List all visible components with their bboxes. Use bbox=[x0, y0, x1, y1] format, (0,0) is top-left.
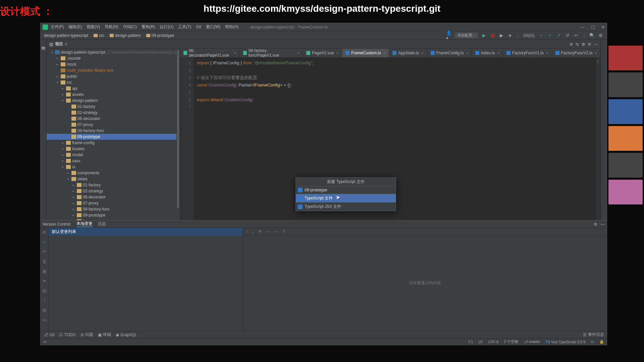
tree-node-01-factory[interactable]: 01-factory bbox=[47, 104, 180, 110]
line-number[interactable]: 6 bbox=[180, 96, 191, 104]
inspection-ok-icon[interactable]: ✓ bbox=[596, 57, 601, 66]
run-config-dropdown[interactable]: 添加配置... bbox=[455, 33, 478, 38]
git-commit-icon[interactable]: ✓ bbox=[547, 33, 553, 38]
editor-tab-AppState.ts[interactable]: AppState.ts× bbox=[389, 49, 427, 57]
git-revert-icon[interactable]: ↩ bbox=[574, 33, 579, 38]
close-tab-icon[interactable]: × bbox=[466, 51, 468, 55]
commit-check-icon[interactable]: ✓ bbox=[43, 240, 46, 245]
toolwindow-problems[interactable]: ⊘问题 bbox=[80, 332, 93, 338]
tree-node-08-factory-func[interactable]: 08-factory-func bbox=[47, 128, 180, 134]
tree-arrow-icon[interactable] bbox=[67, 177, 71, 181]
editor-tab-FrameCustom.ts[interactable]: FrameCustom.ts× bbox=[342, 49, 389, 57]
changelist-tree[interactable]: 默认变更列表 bbox=[49, 228, 243, 331]
tree-arrow-icon[interactable] bbox=[51, 51, 55, 54]
menu-编辑(E)[interactable]: 编辑(E) bbox=[68, 24, 82, 29]
menu-代码(C)[interactable]: 代码(C) bbox=[123, 24, 137, 29]
line-number[interactable]: 1 bbox=[180, 59, 191, 67]
editor-tab-index.ts[interactable]: index.ts× bbox=[472, 49, 503, 57]
editor-tab-FrameConfig.ts[interactable]: FrameConfig.ts× bbox=[427, 49, 472, 57]
file-template-option[interactable]: TypeScript JSX 文件 bbox=[296, 202, 396, 211]
tree-node-.vscode[interactable]: .vscode bbox=[47, 55, 180, 61]
close-tab-icon[interactable]: × bbox=[383, 51, 385, 55]
prev-file-icon[interactable]: ← bbox=[266, 229, 270, 234]
editor-tab-PageV2.vue[interactable]: PageV2.vue× bbox=[303, 49, 342, 57]
tree-node-locales[interactable]: locales bbox=[47, 146, 180, 152]
menu-帮助(H)[interactable]: 帮助(H) bbox=[225, 24, 239, 29]
hide-panel-icon[interactable]: — bbox=[594, 42, 598, 47]
tree-node-components[interactable]: components bbox=[47, 170, 180, 176]
tree-arrow-icon[interactable] bbox=[67, 171, 71, 175]
close-tab-icon[interactable]: × bbox=[421, 51, 423, 55]
tree-node-assets[interactable]: assets bbox=[47, 92, 180, 98]
maximize-icon[interactable]: ▢ bbox=[591, 25, 595, 29]
editor-tab-08-factory-func\PageV1.vue[interactable]: 08-factory-func\PageV1.vue× bbox=[240, 49, 303, 57]
tree-node-src[interactable]: src bbox=[47, 79, 180, 85]
shelf-icon[interactable]: ⊞ bbox=[43, 269, 46, 274]
tree-node-06-decorator[interactable]: 06-decorator bbox=[47, 194, 180, 200]
settings-gear-icon[interactable]: ⚙ bbox=[588, 42, 591, 47]
tree-node-mock[interactable]: mock bbox=[47, 61, 180, 67]
line-number[interactable]: 7 bbox=[180, 104, 191, 111]
structure-toolwindow-tab[interactable]: 结构 bbox=[41, 41, 46, 45]
close-tab-icon[interactable]: × bbox=[234, 51, 236, 55]
line-number[interactable]: 5 bbox=[180, 89, 191, 96]
collapse-all-icon[interactable]: ✿ bbox=[582, 42, 585, 47]
tree-node-node_modules library root[interactable]: node_modules library root bbox=[47, 67, 180, 73]
tree-node-design-pattern[interactable]: design-pattern bbox=[47, 98, 180, 104]
changelist-icon[interactable]: ≡ bbox=[43, 279, 46, 284]
tree-arrow-icon[interactable] bbox=[73, 183, 77, 187]
group-icon[interactable]: ⊟ bbox=[43, 288, 46, 293]
tree-node-02-strategy[interactable]: 02-strategy bbox=[47, 188, 180, 194]
tree-node-07-proxy[interactable]: 07-proxy bbox=[47, 200, 180, 206]
debug-icon[interactable]: 🐞 bbox=[490, 33, 495, 38]
menu-视图(V)[interactable]: 视图(V) bbox=[87, 24, 100, 29]
settings-icon[interactable]: ⚙ bbox=[598, 33, 603, 38]
tree-arrow-icon[interactable] bbox=[62, 93, 66, 96]
tree-node-07-proxy[interactable]: 07-proxy bbox=[47, 122, 180, 128]
menu-窗口(W)[interactable]: 窗口(W) bbox=[206, 24, 220, 29]
stop-icon[interactable]: ■ bbox=[507, 33, 513, 38]
vc-hide-icon[interactable]: — bbox=[601, 222, 605, 227]
menu-文件(F)[interactable]: 文件(F) bbox=[51, 24, 64, 29]
tree-node-model[interactable]: model bbox=[47, 152, 180, 158]
tree-arrow-icon[interactable] bbox=[73, 207, 77, 211]
tree-arrow-icon[interactable] bbox=[62, 147, 66, 150]
tree-arrow-icon[interactable] bbox=[62, 159, 66, 163]
preview-icon[interactable]: ▭ bbox=[43, 317, 47, 322]
git-branch[interactable]: ⎇ master bbox=[524, 340, 540, 344]
tree-arrow-icon[interactable] bbox=[73, 195, 77, 199]
diff-toolbar[interactable]: ↑ ↓ ✎ ← → ? bbox=[243, 228, 607, 235]
typescript-service[interactable]: TS Vue TypeScript 3.9.9 bbox=[545, 340, 585, 344]
coverage-icon[interactable]: ▶ bbox=[499, 33, 504, 38]
editor-tab-strip[interactable]: 06-decorator\PageV1.vue×08-factory-func\… bbox=[180, 49, 601, 57]
toolwindow-todo[interactable]: ☑TODO bbox=[59, 333, 75, 337]
breadcrumb-0[interactable]: design-pattern-typescript bbox=[44, 33, 88, 38]
tree-node-09-prototype[interactable]: 09-prototype bbox=[47, 134, 180, 140]
tree-node-02-strategy[interactable]: 02-strategy bbox=[47, 110, 180, 116]
tree-arrow-icon[interactable] bbox=[62, 87, 66, 90]
next-change-icon[interactable]: ↓ bbox=[252, 229, 255, 234]
tree-node-public[interactable]: public bbox=[47, 73, 180, 79]
menu-工具(T)[interactable]: 工具(T) bbox=[178, 24, 191, 29]
refresh-icon[interactable]: ⟳ bbox=[43, 230, 46, 235]
line-number[interactable]: 3 bbox=[180, 74, 191, 81]
expand-icon[interactable]: ⋮ bbox=[42, 298, 47, 303]
menu-运行(U)[interactable]: 运行(U) bbox=[160, 24, 173, 29]
diff-icon[interactable]: ⇅ bbox=[43, 259, 46, 264]
tree-node-design-pattern-typescript[interactable]: design-pattern-typescriptC:\Users\Admin\… bbox=[47, 49, 180, 55]
close-icon[interactable]: ✕ bbox=[601, 25, 605, 29]
tree-node-views[interactable]: views bbox=[47, 176, 180, 182]
breadcrumb-2[interactable]: design-pattern bbox=[110, 33, 141, 38]
search-everywhere-icon[interactable]: 🔍 bbox=[589, 33, 595, 38]
memory-indicator[interactable]: ▭ bbox=[591, 340, 594, 344]
git-push-icon[interactable]: ↗ bbox=[556, 33, 561, 38]
help-icon[interactable]: ? bbox=[283, 229, 285, 234]
caret-position[interactable]: 7:1 bbox=[468, 340, 473, 344]
tree-arrow-icon[interactable] bbox=[57, 75, 61, 78]
close-tab-icon[interactable]: × bbox=[595, 51, 597, 55]
file-template-option[interactable]: TypeScript 文件 bbox=[296, 194, 396, 202]
indent-settings[interactable]: 2 个空格 bbox=[504, 339, 518, 344]
toolwindows-quick-icon[interactable]: ▭ bbox=[43, 340, 47, 344]
tree-node-06-decorator[interactable]: 06-decorator bbox=[47, 116, 180, 122]
lock-icon[interactable]: 🔒 bbox=[599, 340, 604, 344]
